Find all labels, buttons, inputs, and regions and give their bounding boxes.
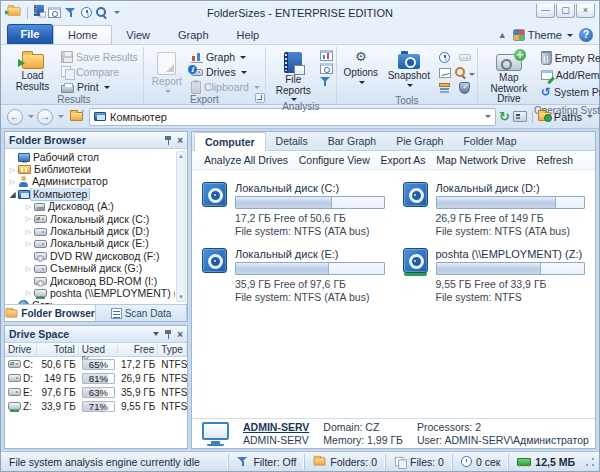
expander-icon[interactable]: ▷ [23, 203, 34, 211]
tab-bar-graph[interactable]: Bar Graph [318, 132, 386, 150]
map-network-drive-link[interactable]: Map Network Drive [436, 154, 525, 166]
qat-dropdown-icon[interactable] [114, 11, 120, 14]
qat-report-icon[interactable] [34, 5, 44, 17]
tree-item-drive-a[interactable]: ▷Дисковод (A:) [7, 201, 175, 213]
file-reports-button[interactable]: File Reports [269, 48, 318, 101]
maximize-button[interactable]: ▢ [556, 4, 575, 18]
file-tab[interactable]: File [7, 24, 53, 44]
tree-item-drive-g[interactable]: ▷Съемный диск (G:) [7, 263, 175, 275]
export-graph-button[interactable]: Graph [189, 50, 262, 64]
analyze-all-drives-link[interactable]: Analyze All Drives [204, 154, 288, 166]
collapse-ribbon-icon[interactable]: ▲ [498, 30, 507, 40]
trend-chart-icon[interactable] [439, 68, 451, 78]
refresh-icon[interactable]: ↻ [499, 110, 510, 123]
computer-name-link[interactable]: ADMIN-SERV [243, 421, 309, 434]
drive-card-c[interactable]: Локальный диск (C:) 17,2 ГБ Free of 50,6… [202, 182, 385, 238]
tab-details[interactable]: Details [266, 132, 318, 150]
resize-grip[interactable] [585, 457, 595, 467]
expander-icon[interactable]: ▷ [7, 302, 18, 304]
refresh-link[interactable]: Refresh [536, 154, 573, 166]
help-icon[interactable]: ? [579, 28, 593, 42]
file-search-icon[interactable] [320, 63, 333, 74]
drive-card-d[interactable]: Локальный диск (D:) 26,9 ГБ Free of 149 … [403, 182, 586, 238]
table-row[interactable]: D: 149 ГБ 81% 26,9 ГБ NTFS [5, 371, 187, 385]
tree-scrollbar[interactable]: ▲▼ [176, 151, 186, 302]
tab-home[interactable]: Home [53, 25, 112, 44]
options-button[interactable]: ⚙ Options [340, 48, 382, 92]
tab-computer[interactable]: Computer [194, 132, 266, 151]
search-icon[interactable] [455, 67, 467, 79]
tree-item-drive-i[interactable]: Дисковод BD-ROM (I:) [7, 275, 175, 287]
pin-icon[interactable] [164, 136, 172, 145]
tree-item-libraries[interactable]: ▷Библиотеки [7, 163, 175, 175]
qat-load-results-icon[interactable] [7, 7, 20, 16]
shield-icon[interactable] [459, 82, 470, 94]
tree-item-drive-f[interactable]: DVD RW дисковод (F:) [7, 250, 175, 262]
map-network-drive-button[interactable]: Map Network Drive [481, 48, 537, 105]
table-row[interactable]: C: 50,6 ГБ 65% 17,2 ГБ NTFS [5, 357, 187, 371]
tree-item-computer[interactable]: ◢Компьютер [7, 188, 175, 200]
expander-icon[interactable]: ▷ [23, 289, 34, 297]
command-prompt-icon[interactable] [513, 111, 527, 122]
disk-reports-icon[interactable] [320, 50, 333, 61]
drive-space-header-row[interactable]: Drive Total Used % Free Type [5, 343, 187, 357]
tree-item-drive-c[interactable]: ▷Локальный диск (C:) [7, 213, 175, 225]
filter-search-icon[interactable] [320, 76, 332, 88]
tree-item-desktop[interactable]: Рабочий стол [7, 151, 175, 163]
close-panel-icon[interactable]: × [177, 330, 183, 339]
tree-item-drive-d[interactable]: ▷Локальный диск (D:) [7, 225, 175, 237]
tree-item-drive-z[interactable]: ▷poshta (\\EMPLOYMENT) (Z:) [7, 287, 175, 299]
expander-icon[interactable]: ▷ [23, 240, 34, 248]
qat-filter-icon[interactable] [65, 7, 77, 19]
print-button[interactable]: Print [59, 80, 140, 94]
tab-scan-data[interactable]: Scan Data [96, 305, 187, 321]
configure-view-link[interactable]: Configure View [299, 154, 370, 166]
scheduler-clock-icon[interactable] [439, 52, 450, 63]
forward-button[interactable]: → [37, 109, 53, 125]
export-dialog-launcher[interactable] [255, 93, 265, 103]
tab-pie-graph[interactable]: Pie Graph [386, 132, 453, 150]
snapshot-button[interactable]: Snapshot [384, 48, 434, 92]
back-button[interactable]: ← [7, 109, 23, 125]
expander-icon[interactable]: ▷ [7, 178, 18, 186]
tab-view[interactable]: View [112, 26, 164, 44]
pin-icon[interactable] [164, 330, 172, 339]
tree-item-user[interactable]: ▷Администратор [7, 176, 175, 188]
table-row[interactable]: Z: 33,9 ГБ 71% 9,55 ГБ NTFS [5, 399, 187, 413]
file-types-icon[interactable] [439, 83, 450, 87]
export-clipboard-button[interactable]: Clipboard [189, 80, 262, 94]
expander-icon[interactable]: ▷ [23, 215, 34, 223]
qat-preview-icon[interactable] [96, 7, 108, 19]
theme-button[interactable]: Theme [513, 29, 573, 41]
paths-folder-icon[interactable] [538, 112, 551, 121]
compare-button[interactable]: Compare [59, 65, 140, 79]
qat-compare-icon[interactable] [48, 7, 61, 18]
tree-item-network[interactable]: ▷Сеть [7, 300, 175, 304]
system-protection-button[interactable]: ↺ System Protection [539, 85, 600, 99]
add-remove-programs-button[interactable]: Add/Remove Programs [539, 68, 600, 82]
panel-menu-icon[interactable] [153, 332, 159, 336]
back-history-dropdown-icon[interactable] [28, 115, 34, 118]
drive-properties-icon[interactable] [459, 54, 471, 61]
drive-card-e[interactable]: Локальный диск (E:) 35,9 ГБ Free of 97,6… [202, 248, 385, 304]
load-results-button[interactable]: Load Results [8, 48, 57, 92]
empty-recycle-bin-button[interactable]: Empty Recycle Bin [539, 51, 600, 65]
tab-folder-map[interactable]: Folder Map [453, 132, 526, 150]
save-results-button[interactable]: Save Results [59, 50, 140, 64]
up-folder-icon[interactable] [70, 112, 83, 121]
export-as-link[interactable]: Export As [381, 154, 426, 166]
filter-status[interactable]: Filter: Off [228, 454, 304, 470]
drive-card-z[interactable]: poshta (\\EMPLOYMENT) (Z:) 9,55 ГБ Free … [403, 248, 586, 304]
qat-scheduler-icon[interactable] [81, 7, 92, 18]
tree-item-drive-e[interactable]: ▷Локальный диск (E:) [7, 238, 175, 250]
expander-icon[interactable]: ▷ [23, 265, 34, 273]
expander-icon[interactable]: ◢ [7, 190, 18, 199]
table-row[interactable]: E: 97,6 ГБ 63% 35,9 ГБ NTFS [5, 385, 187, 399]
close-panel-icon[interactable]: × [177, 136, 183, 145]
minimize-button[interactable]: — [536, 4, 555, 18]
close-button[interactable]: × [576, 4, 595, 18]
export-drives-button[interactable]: Drives [189, 65, 262, 79]
expander-icon[interactable]: ▷ [23, 228, 34, 236]
tab-help[interactable]: Help [223, 26, 274, 44]
tab-folder-browser[interactable]: Folder Browser [5, 305, 96, 321]
